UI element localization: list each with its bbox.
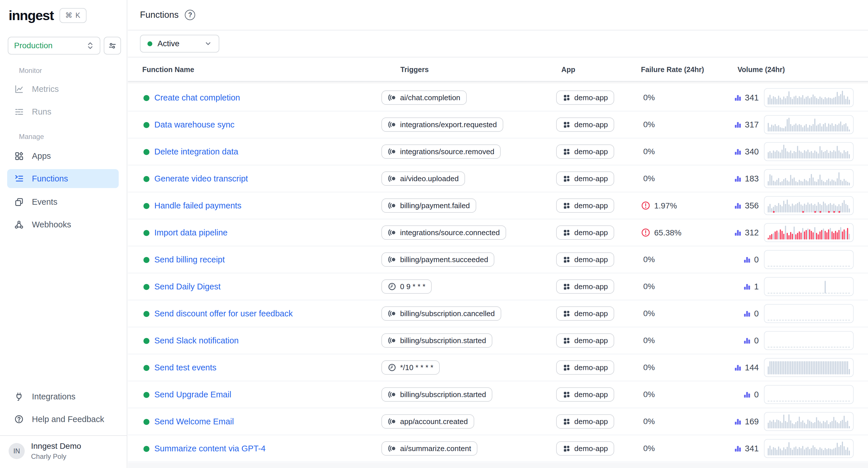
sparkline-bar bbox=[847, 228, 848, 239]
app-name: demo-app bbox=[574, 201, 608, 210]
account-menu[interactable]: IN Inngest Demo Charly Poly bbox=[9, 442, 81, 461]
app-badge[interactable]: demo-app bbox=[556, 91, 614, 105]
status-filter-dropdown[interactable]: Active bbox=[140, 35, 219, 53]
function-link[interactable]: Send discount offer for user feedback bbox=[154, 309, 293, 319]
table-row[interactable]: Send Upgrade Email billing/subscription.… bbox=[128, 381, 868, 408]
sparkline-bar bbox=[802, 420, 803, 428]
app-badge[interactable]: demo-app bbox=[556, 225, 614, 240]
sparkline-bar bbox=[781, 99, 783, 104]
sidebar-item-apps[interactable]: Apps bbox=[7, 146, 119, 165]
sparkline-bar bbox=[783, 179, 784, 186]
function-link[interactable]: Handle failed payments bbox=[154, 201, 242, 210]
failure-rate-value: 0% bbox=[643, 282, 655, 291]
volume-count: 144 bbox=[734, 363, 759, 372]
trigger-value: ai/chat.completion bbox=[400, 93, 460, 102]
function-link[interactable]: Data warehouse sync bbox=[154, 120, 235, 130]
function-link[interactable]: Delete integration data bbox=[154, 147, 238, 157]
trigger-value: billing/payment.succeeded bbox=[400, 255, 488, 264]
app-badge[interactable]: demo-app bbox=[556, 441, 614, 456]
sparkline-bar bbox=[792, 234, 793, 239]
function-link[interactable]: Summarize content via GPT-4 bbox=[154, 444, 266, 454]
sparkline-bar bbox=[807, 420, 808, 428]
sparkline-bar bbox=[794, 227, 795, 239]
function-link[interactable]: Send test events bbox=[154, 363, 216, 372]
sparkline-failure-dot bbox=[802, 211, 804, 213]
environment-settings-button[interactable] bbox=[104, 37, 121, 55]
sparkline-bar bbox=[797, 233, 798, 239]
sidebar: inngest ⌘ K Production Monitor Metrics R… bbox=[0, 0, 127, 468]
table-row[interactable]: Data warehouse sync integrations/export.… bbox=[128, 111, 868, 138]
sidebar-item-webhooks[interactable]: Webhooks bbox=[7, 215, 119, 234]
sparkline-bar bbox=[849, 450, 850, 455]
function-link[interactable]: Generate video transcript bbox=[154, 174, 248, 183]
environment-label: Production bbox=[14, 41, 83, 50]
volume-count: 0 bbox=[743, 390, 759, 399]
app-badge[interactable]: demo-app bbox=[556, 253, 614, 267]
table-row[interactable]: Summarize content via GPT-4 ai/summarize… bbox=[128, 435, 868, 462]
app-badge[interactable]: demo-app bbox=[556, 387, 614, 402]
sidebar-item-runs[interactable]: Runs bbox=[7, 102, 119, 121]
trigger-value: billing/subscription.cancelled bbox=[400, 309, 495, 318]
function-link[interactable]: Send Upgrade Email bbox=[154, 390, 231, 399]
sidebar-item-functions[interactable]: Functions bbox=[7, 169, 119, 188]
failure-rate: 0% bbox=[641, 282, 655, 291]
app-badge[interactable]: demo-app bbox=[556, 118, 614, 132]
environment-select[interactable]: Production bbox=[8, 37, 100, 55]
failure-rate: 65.38% bbox=[641, 228, 681, 237]
command-palette-shortcut[interactable]: ⌘ K bbox=[60, 8, 87, 23]
inngest-logo[interactable]: inngest bbox=[9, 7, 54, 23]
sparkline-bar bbox=[775, 448, 776, 455]
table-row[interactable]: Send billing receipt billing/payment.suc… bbox=[128, 246, 868, 273]
sidebar-item-help[interactable]: Help and Feedback bbox=[7, 410, 119, 429]
app-badge[interactable]: demo-app bbox=[556, 198, 614, 213]
sparkline-bar bbox=[788, 204, 789, 212]
app-badge[interactable]: demo-app bbox=[556, 333, 614, 348]
sparkline-bar bbox=[823, 229, 824, 239]
table-row[interactable]: Delete integration data integrations/sou… bbox=[128, 138, 868, 165]
table-row[interactable]: Send discount offer for user feedback bi… bbox=[128, 300, 868, 327]
sparkline-bar bbox=[768, 152, 769, 159]
table-row[interactable]: Send Welcome Email app/account.created d… bbox=[128, 408, 868, 435]
function-link[interactable]: Send Welcome Email bbox=[154, 417, 234, 426]
function-link[interactable]: Create chat completion bbox=[154, 93, 240, 102]
app-badge[interactable]: demo-app bbox=[556, 414, 614, 429]
sparkline-bar bbox=[783, 447, 784, 455]
app-badge[interactable]: demo-app bbox=[556, 144, 614, 159]
trigger-badge: integrations/source.removed bbox=[381, 144, 501, 159]
main-content: Functions ? Active Function Name Trigger… bbox=[128, 0, 868, 468]
sparkline-bar bbox=[790, 124, 791, 132]
table-row[interactable]: Import data pipeline integrations/source… bbox=[128, 220, 868, 246]
trigger-badge: billing/subscription.started bbox=[381, 387, 492, 402]
table-row[interactable]: Generate video transcript ai/video.uploa… bbox=[128, 165, 868, 192]
sparkline-bar bbox=[771, 153, 772, 159]
app-badge[interactable]: demo-app bbox=[556, 360, 614, 375]
sparkline-bar bbox=[783, 234, 784, 239]
status-dot bbox=[144, 230, 150, 236]
sparkline-bar bbox=[806, 424, 807, 428]
sidebar-item-events[interactable]: Events bbox=[7, 192, 119, 211]
table-row[interactable]: Send test events */10 * * * * demo-app 0… bbox=[128, 354, 868, 381]
status-dot bbox=[144, 203, 150, 209]
sparkline-bar bbox=[801, 361, 802, 374]
sidebar-item-metrics[interactable]: Metrics bbox=[7, 79, 119, 98]
table-row[interactable]: Handle failed payments billing/payment.f… bbox=[128, 192, 868, 220]
trigger-badge: billing/payment.succeeded bbox=[381, 253, 494, 267]
function-link[interactable]: Send Daily Digest bbox=[154, 282, 221, 292]
sparkline-bar bbox=[826, 150, 828, 159]
sparkline-bar bbox=[838, 361, 840, 374]
function-link[interactable]: Import data pipeline bbox=[154, 228, 228, 237]
function-link[interactable]: Send billing receipt bbox=[154, 255, 225, 264]
table-row[interactable]: Create chat completion ai/chat.completio… bbox=[128, 85, 868, 111]
sidebar-item-integrations[interactable]: Integrations bbox=[7, 387, 119, 406]
sparkline-bar bbox=[801, 233, 802, 239]
app-name: demo-app bbox=[574, 336, 608, 345]
app-badge[interactable]: demo-app bbox=[556, 306, 614, 321]
page-help-icon[interactable]: ? bbox=[185, 10, 195, 20]
table-row[interactable]: Send Daily Digest 0 9 * * * demo-app 0% … bbox=[128, 273, 868, 300]
sparkline-bar bbox=[814, 422, 815, 428]
app-badge[interactable]: demo-app bbox=[556, 171, 614, 186]
app-badge[interactable]: demo-app bbox=[556, 279, 614, 294]
sparkline-bar bbox=[790, 420, 791, 428]
table-row[interactable]: Send Slack notification billing/subscrip… bbox=[128, 327, 868, 354]
function-link[interactable]: Send Slack notification bbox=[154, 336, 239, 345]
